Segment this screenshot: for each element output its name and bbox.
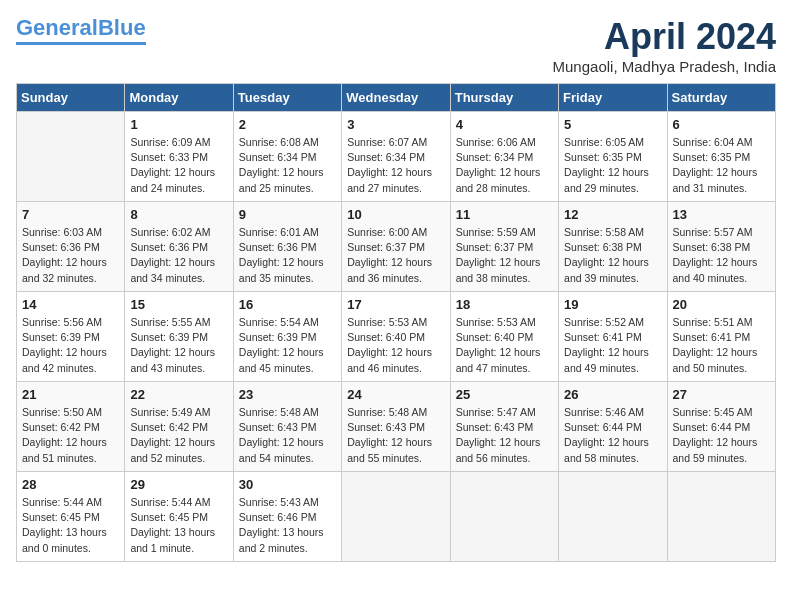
cell-content: Sunrise: 5:44 AM Sunset: 6:45 PM Dayligh… (22, 495, 119, 556)
calendar-cell (559, 472, 667, 562)
day-number: 28 (22, 476, 119, 495)
calendar-cell: 2Sunrise: 6:08 AM Sunset: 6:34 PM Daylig… (233, 112, 341, 202)
calendar-cell (450, 472, 558, 562)
cell-content: Sunrise: 6:06 AM Sunset: 6:34 PM Dayligh… (456, 135, 553, 196)
calendar-cell: 11Sunrise: 5:59 AM Sunset: 6:37 PM Dayli… (450, 202, 558, 292)
cell-content: Sunrise: 5:43 AM Sunset: 6:46 PM Dayligh… (239, 495, 336, 556)
day-number: 13 (673, 206, 770, 225)
day-header-thursday: Thursday (450, 84, 558, 112)
cell-content: Sunrise: 6:00 AM Sunset: 6:37 PM Dayligh… (347, 225, 444, 286)
week-row-2: 7Sunrise: 6:03 AM Sunset: 6:36 PM Daylig… (17, 202, 776, 292)
cell-content: Sunrise: 5:46 AM Sunset: 6:44 PM Dayligh… (564, 405, 661, 466)
logo-text: GeneralBlue (16, 16, 146, 40)
calendar-cell: 13Sunrise: 5:57 AM Sunset: 6:38 PM Dayli… (667, 202, 775, 292)
day-number: 1 (130, 116, 227, 135)
calendar-cell: 6Sunrise: 6:04 AM Sunset: 6:35 PM Daylig… (667, 112, 775, 202)
day-number: 20 (673, 296, 770, 315)
cell-content: Sunrise: 5:54 AM Sunset: 6:39 PM Dayligh… (239, 315, 336, 376)
day-number: 18 (456, 296, 553, 315)
calendar-cell: 18Sunrise: 5:53 AM Sunset: 6:40 PM Dayli… (450, 292, 558, 382)
cell-content: Sunrise: 5:49 AM Sunset: 6:42 PM Dayligh… (130, 405, 227, 466)
calendar-cell: 3Sunrise: 6:07 AM Sunset: 6:34 PM Daylig… (342, 112, 450, 202)
cell-content: Sunrise: 5:48 AM Sunset: 6:43 PM Dayligh… (347, 405, 444, 466)
cell-content: Sunrise: 5:47 AM Sunset: 6:43 PM Dayligh… (456, 405, 553, 466)
day-number: 8 (130, 206, 227, 225)
day-number: 16 (239, 296, 336, 315)
day-header-monday: Monday (125, 84, 233, 112)
cell-content: Sunrise: 5:55 AM Sunset: 6:39 PM Dayligh… (130, 315, 227, 376)
day-number: 26 (564, 386, 661, 405)
cell-content: Sunrise: 5:53 AM Sunset: 6:40 PM Dayligh… (347, 315, 444, 376)
cell-content: Sunrise: 6:07 AM Sunset: 6:34 PM Dayligh… (347, 135, 444, 196)
day-header-friday: Friday (559, 84, 667, 112)
calendar-cell: 12Sunrise: 5:58 AM Sunset: 6:38 PM Dayli… (559, 202, 667, 292)
calendar-cell: 23Sunrise: 5:48 AM Sunset: 6:43 PM Dayli… (233, 382, 341, 472)
week-row-3: 14Sunrise: 5:56 AM Sunset: 6:39 PM Dayli… (17, 292, 776, 382)
calendar-cell: 19Sunrise: 5:52 AM Sunset: 6:41 PM Dayli… (559, 292, 667, 382)
cell-content: Sunrise: 5:51 AM Sunset: 6:41 PM Dayligh… (673, 315, 770, 376)
calendar-cell: 1Sunrise: 6:09 AM Sunset: 6:33 PM Daylig… (125, 112, 233, 202)
day-number: 27 (673, 386, 770, 405)
day-number: 24 (347, 386, 444, 405)
calendar-cell: 25Sunrise: 5:47 AM Sunset: 6:43 PM Dayli… (450, 382, 558, 472)
cell-content: Sunrise: 5:56 AM Sunset: 6:39 PM Dayligh… (22, 315, 119, 376)
day-number: 22 (130, 386, 227, 405)
cell-content: Sunrise: 5:59 AM Sunset: 6:37 PM Dayligh… (456, 225, 553, 286)
day-number: 14 (22, 296, 119, 315)
day-number: 29 (130, 476, 227, 495)
calendar-cell: 17Sunrise: 5:53 AM Sunset: 6:40 PM Dayli… (342, 292, 450, 382)
calendar-cell: 27Sunrise: 5:45 AM Sunset: 6:44 PM Dayli… (667, 382, 775, 472)
day-number: 2 (239, 116, 336, 135)
calendar-cell (667, 472, 775, 562)
calendar-cell: 15Sunrise: 5:55 AM Sunset: 6:39 PM Dayli… (125, 292, 233, 382)
page-header: GeneralBlue April 2024 Mungaoli, Madhya … (16, 16, 776, 75)
day-number: 25 (456, 386, 553, 405)
cell-content: Sunrise: 5:52 AM Sunset: 6:41 PM Dayligh… (564, 315, 661, 376)
calendar-cell: 9Sunrise: 6:01 AM Sunset: 6:36 PM Daylig… (233, 202, 341, 292)
cell-content: Sunrise: 6:09 AM Sunset: 6:33 PM Dayligh… (130, 135, 227, 196)
week-row-4: 21Sunrise: 5:50 AM Sunset: 6:42 PM Dayli… (17, 382, 776, 472)
calendar-cell: 4Sunrise: 6:06 AM Sunset: 6:34 PM Daylig… (450, 112, 558, 202)
day-number: 23 (239, 386, 336, 405)
calendar-cell: 30Sunrise: 5:43 AM Sunset: 6:46 PM Dayli… (233, 472, 341, 562)
cell-content: Sunrise: 6:02 AM Sunset: 6:36 PM Dayligh… (130, 225, 227, 286)
month-title: April 2024 (553, 16, 776, 58)
calendar-cell: 26Sunrise: 5:46 AM Sunset: 6:44 PM Dayli… (559, 382, 667, 472)
calendar-cell (342, 472, 450, 562)
calendar-cell: 21Sunrise: 5:50 AM Sunset: 6:42 PM Dayli… (17, 382, 125, 472)
day-number: 9 (239, 206, 336, 225)
calendar-header-row: SundayMondayTuesdayWednesdayThursdayFrid… (17, 84, 776, 112)
logo: GeneralBlue (16, 16, 146, 45)
day-number: 4 (456, 116, 553, 135)
logo-general: General (16, 15, 98, 40)
day-number: 5 (564, 116, 661, 135)
day-header-sunday: Sunday (17, 84, 125, 112)
cell-content: Sunrise: 6:05 AM Sunset: 6:35 PM Dayligh… (564, 135, 661, 196)
day-number: 3 (347, 116, 444, 135)
calendar-cell: 10Sunrise: 6:00 AM Sunset: 6:37 PM Dayli… (342, 202, 450, 292)
day-header-tuesday: Tuesday (233, 84, 341, 112)
week-row-5: 28Sunrise: 5:44 AM Sunset: 6:45 PM Dayli… (17, 472, 776, 562)
calendar-cell: 7Sunrise: 6:03 AM Sunset: 6:36 PM Daylig… (17, 202, 125, 292)
day-number: 30 (239, 476, 336, 495)
calendar-cell: 20Sunrise: 5:51 AM Sunset: 6:41 PM Dayli… (667, 292, 775, 382)
day-number: 15 (130, 296, 227, 315)
cell-content: Sunrise: 5:45 AM Sunset: 6:44 PM Dayligh… (673, 405, 770, 466)
day-number: 10 (347, 206, 444, 225)
logo-blue: Blue (98, 15, 146, 40)
calendar-cell: 8Sunrise: 6:02 AM Sunset: 6:36 PM Daylig… (125, 202, 233, 292)
calendar-cell: 5Sunrise: 6:05 AM Sunset: 6:35 PM Daylig… (559, 112, 667, 202)
cell-content: Sunrise: 5:57 AM Sunset: 6:38 PM Dayligh… (673, 225, 770, 286)
calendar-table: SundayMondayTuesdayWednesdayThursdayFrid… (16, 83, 776, 562)
cell-content: Sunrise: 6:01 AM Sunset: 6:36 PM Dayligh… (239, 225, 336, 286)
title-section: April 2024 Mungaoli, Madhya Pradesh, Ind… (553, 16, 776, 75)
cell-content: Sunrise: 5:50 AM Sunset: 6:42 PM Dayligh… (22, 405, 119, 466)
cell-content: Sunrise: 5:58 AM Sunset: 6:38 PM Dayligh… (564, 225, 661, 286)
day-number: 19 (564, 296, 661, 315)
week-row-1: 1Sunrise: 6:09 AM Sunset: 6:33 PM Daylig… (17, 112, 776, 202)
day-header-wednesday: Wednesday (342, 84, 450, 112)
cell-content: Sunrise: 6:08 AM Sunset: 6:34 PM Dayligh… (239, 135, 336, 196)
cell-content: Sunrise: 6:03 AM Sunset: 6:36 PM Dayligh… (22, 225, 119, 286)
calendar-cell: 29Sunrise: 5:44 AM Sunset: 6:45 PM Dayli… (125, 472, 233, 562)
location: Mungaoli, Madhya Pradesh, India (553, 58, 776, 75)
